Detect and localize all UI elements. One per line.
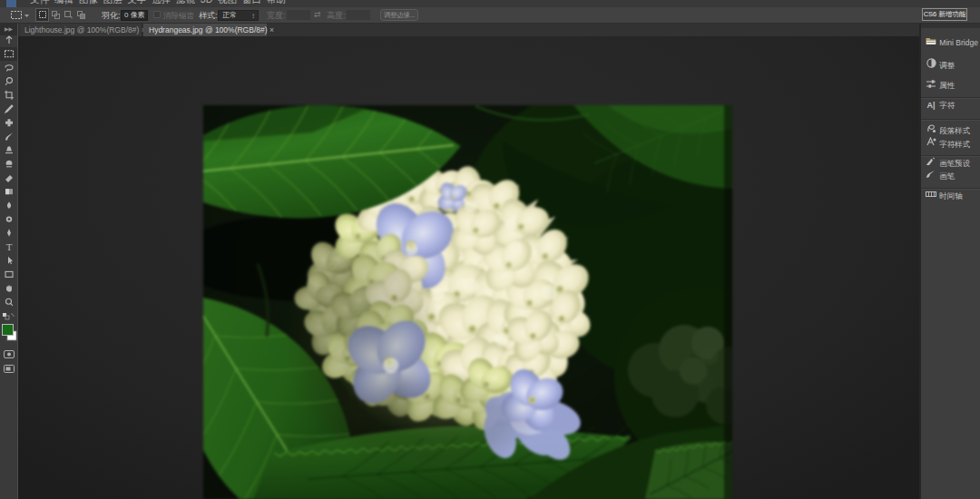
svg-text:T: T: [6, 241, 13, 252]
